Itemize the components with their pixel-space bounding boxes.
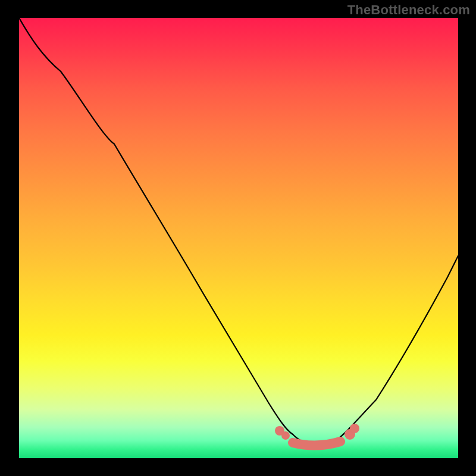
marker-dot [281, 431, 290, 440]
optimal-range-marker [275, 424, 359, 446]
marker-dot [350, 424, 359, 433]
plot-area [19, 18, 458, 458]
chart-frame: TheBottleneck.com [0, 0, 476, 476]
watermark-text: TheBottleneck.com [347, 2, 470, 18]
bottleneck-curve-line [19, 18, 458, 445]
marker-segment [293, 441, 340, 446]
bottleneck-curve-svg [19, 18, 458, 458]
